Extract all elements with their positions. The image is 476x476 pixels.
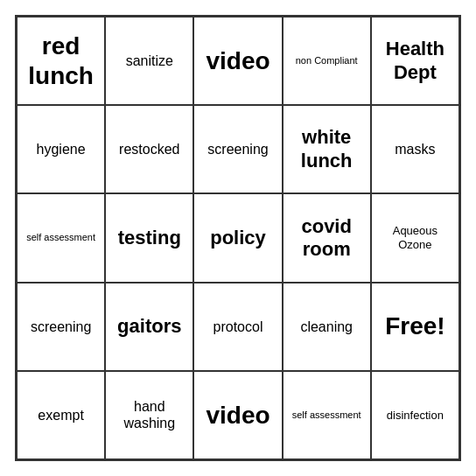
cell-text-7: screening <box>207 141 268 158</box>
bingo-cell-7: screening <box>193 105 282 193</box>
cell-text-13: covid room <box>287 215 367 262</box>
bingo-cell-2: video <box>193 17 282 105</box>
bingo-cell-20: exempt <box>17 371 105 459</box>
bingo-cell-6: restocked <box>105 105 193 193</box>
cell-text-6: restocked <box>119 141 179 158</box>
bingo-cell-15: screening <box>17 283 105 371</box>
cell-text-15: screening <box>31 318 91 335</box>
bingo-cell-11: testing <box>105 193 193 282</box>
cell-text-19: Free! <box>385 312 444 341</box>
bingo-cell-10: self assessment <box>17 193 105 282</box>
cell-text-14: Aqueous Ozone <box>375 224 455 251</box>
cell-text-12: policy <box>210 227 266 249</box>
bingo-cell-1: sanitize <box>105 17 193 105</box>
bingo-cell-0: red lunch <box>17 17 105 105</box>
cell-text-8: white lunch <box>287 126 367 172</box>
bingo-cell-4: Health Dept <box>371 17 459 105</box>
cell-text-16: gaitors <box>117 315 181 338</box>
bingo-cell-18: cleaning <box>283 283 371 371</box>
bingo-cell-8: white lunch <box>283 105 371 193</box>
bingo-cell-23: self assessment <box>283 371 371 459</box>
cell-text-18: cleaning <box>300 318 353 335</box>
cell-text-4: Health Dept <box>375 38 455 84</box>
cell-text-5: hygiene <box>37 141 86 158</box>
bingo-cell-14: Aqueous Ozone <box>371 193 459 282</box>
bingo-cell-19: Free! <box>371 283 459 371</box>
cell-text-22: video <box>206 401 270 430</box>
bingo-cell-5: hygiene <box>17 105 105 193</box>
cell-text-24: disinfection <box>387 409 444 423</box>
cell-text-17: protocol <box>214 318 263 335</box>
cell-text-20: exempt <box>38 407 83 424</box>
cell-text-1: sanitize <box>126 52 173 69</box>
cell-text-3: non Compliant <box>296 55 358 66</box>
bingo-cell-22: video <box>193 371 282 459</box>
bingo-cell-21: hand washing <box>105 371 193 459</box>
bingo-cell-24: disinfection <box>371 371 459 459</box>
cell-text-9: masks <box>395 141 435 158</box>
bingo-cell-3: non Compliant <box>283 17 371 105</box>
cell-text-0: red lunch <box>21 32 101 90</box>
cell-text-11: testing <box>118 227 181 249</box>
bingo-cell-9: masks <box>371 105 459 193</box>
cell-text-2: video <box>206 46 270 76</box>
cell-text-23: self assessment <box>292 410 361 421</box>
bingo-cell-13: covid room <box>283 193 371 282</box>
bingo-card: red lunchsanitizevideonon CompliantHealt… <box>15 15 461 461</box>
cell-text-10: self assessment <box>26 232 95 243</box>
bingo-cell-12: policy <box>193 193 282 282</box>
cell-text-21: hand washing <box>109 398 189 431</box>
bingo-cell-17: protocol <box>193 283 282 371</box>
bingo-cell-16: gaitors <box>105 283 193 371</box>
